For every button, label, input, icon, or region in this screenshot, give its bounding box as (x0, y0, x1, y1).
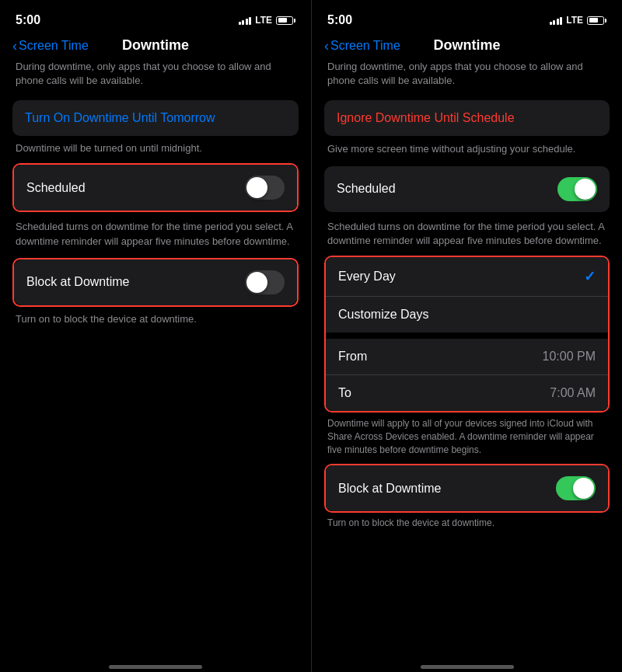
block-label-right: Block at Downtime (338, 482, 442, 496)
status-icons-right: LTE (550, 15, 606, 26)
to-row[interactable]: To 7:00 AM (326, 375, 608, 411)
status-icons-left: LTE (239, 15, 295, 26)
back-label-left: Screen Time (19, 39, 89, 53)
checkmark-icon: ✓ (584, 268, 596, 285)
content-left: During downtime, only apps that you choo… (0, 60, 311, 656)
scheduled-desc-left: Scheduled turns on downtime for the time… (12, 220, 299, 248)
signal-icon-right (550, 16, 563, 25)
back-button-right[interactable]: ‹ Screen Time (324, 39, 400, 53)
status-bar-left: 5:00 LTE (0, 0, 311, 34)
schedule-options-section: Every Day ✓ Customize Days From 10:00 PM… (324, 256, 610, 413)
chevron-left-icon: ‹ (12, 39, 17, 53)
toggle-thumb-block-right (573, 478, 594, 499)
customize-days-label: Customize Days (338, 308, 428, 322)
scheduled-label-right: Scheduled (337, 182, 396, 196)
chevron-left-icon-right: ‹ (324, 39, 329, 53)
content-right: During downtime, only apps that you choo… (312, 60, 622, 656)
from-row[interactable]: From 10:00 PM (326, 339, 608, 375)
description-left: During downtime, only apps that you choo… (12, 60, 299, 88)
block-section-right: Block at Downtime (324, 464, 610, 513)
block-desc-right: Turn on to block the device at downtime. (324, 517, 610, 528)
every-day-label: Every Day (338, 270, 396, 284)
page-title-right: Downtime (433, 37, 500, 54)
home-bar-right (421, 665, 514, 669)
ignore-label: Ignore Downtime Until Schedule (337, 111, 515, 124)
time-right: 5:00 (327, 13, 352, 27)
scheduled-row-left[interactable]: Scheduled (14, 165, 297, 211)
back-button-left[interactable]: ‹ Screen Time (12, 39, 89, 53)
home-indicator-right (312, 656, 622, 672)
scheduled-toggle-right[interactable] (557, 177, 597, 201)
battery-icon-right (587, 16, 606, 25)
from-label: From (338, 350, 367, 364)
nav-bar-right: ‹ Screen Time Downtime (312, 34, 622, 60)
block-desc-left: Turn on to block the device at downtime. (12, 313, 299, 325)
description-right: During downtime, only apps that you choo… (324, 60, 610, 88)
back-label-right: Screen Time (330, 39, 400, 53)
scheduled-toggle-left[interactable] (245, 176, 285, 200)
home-bar-left (109, 665, 202, 669)
scheduled-row-right[interactable]: Scheduled (324, 166, 610, 212)
home-indicator-left (0, 656, 311, 672)
turn-on-label: Turn On Downtime Until Tomorrow (25, 111, 215, 124)
scheduled-section-left: Scheduled (12, 163, 299, 212)
scheduled-desc-right: Scheduled turns on downtime for the time… (324, 220, 610, 248)
scheduled-label-left: Scheduled (26, 181, 86, 195)
midnight-text: Downtime will be turned on until midnigh… (12, 142, 299, 154)
nav-bar-left: ‹ Screen Time Downtime (0, 34, 311, 60)
customize-days-row[interactable]: Customize Days (326, 297, 608, 333)
left-panel: 5:00 LTE ‹ Screen Time Downtime (0, 0, 311, 672)
signal-icon-left (239, 16, 252, 25)
to-value: 7:00 AM (550, 386, 596, 400)
toggle-thumb-block (246, 272, 267, 293)
toggle-thumb (246, 177, 267, 198)
ignore-button[interactable]: Ignore Downtime Until Schedule (324, 100, 610, 136)
block-row-left[interactable]: Block at Downtime (14, 259, 297, 305)
block-toggle-left[interactable] (245, 270, 285, 294)
time-left: 5:00 (16, 13, 40, 27)
lte-label-right: LTE (566, 15, 583, 26)
battery-icon-left (276, 16, 295, 25)
lte-label-left: LTE (255, 15, 272, 26)
to-label: To (338, 386, 351, 400)
right-panel: 5:00 LTE ‹ Screen Time Downtime (311, 0, 622, 672)
from-value: 10:00 PM (543, 350, 596, 364)
icloud-desc: Downtime will apply to all of your devic… (324, 417, 610, 456)
turn-on-button[interactable]: Turn On Downtime Until Tomorrow (12, 100, 299, 136)
block-label-left: Block at Downtime (26, 275, 130, 289)
every-day-row[interactable]: Every Day ✓ (326, 257, 608, 297)
toggle-thumb-scheduled-right (575, 179, 596, 200)
status-bar-right: 5:00 LTE (312, 0, 622, 34)
block-toggle-right[interactable] (556, 476, 596, 500)
page-title-left: Downtime (122, 37, 189, 54)
block-row-right[interactable]: Block at Downtime (326, 465, 608, 511)
ignore-desc: Give more screen time without adjusting … (324, 142, 610, 156)
block-section-left: Block at Downtime (12, 258, 299, 307)
